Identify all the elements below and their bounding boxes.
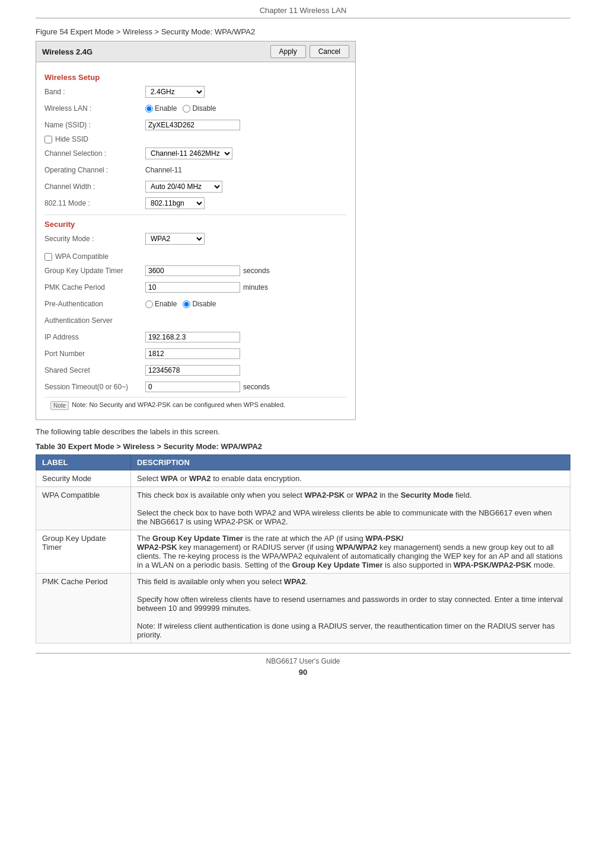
security-mode-label: Security Mode : — [44, 235, 145, 243]
ui-title: Wireless 2.4G — [42, 47, 93, 56]
group-key-unit: seconds — [243, 267, 270, 275]
mode-select[interactable]: 802.11bgn — [145, 197, 205, 209]
wireless-setup-section-title: Wireless Setup — [44, 73, 347, 82]
group-key-row: Group Key Update Timer seconds — [44, 264, 347, 277]
security-mode-select[interactable]: WPA2 — [145, 233, 205, 245]
wireless-lan-control: Enable Disable — [145, 104, 216, 113]
mode-row: 802.11 Mode : 802.11bgn — [44, 197, 347, 210]
table-header-row: LABEL DESCRIPTION — [36, 455, 570, 470]
table-cell-description: This check box is available only when yo… — [131, 487, 570, 530]
section-divider-1 — [44, 214, 347, 215]
apply-button[interactable]: Apply — [270, 45, 306, 58]
wireless-lan-enable-radio[interactable] — [145, 105, 153, 113]
port-number-row: Port Number — [44, 347, 347, 360]
port-number-input[interactable] — [145, 348, 240, 359]
ui-header: Wireless 2.4G Apply Cancel — [36, 41, 355, 62]
shared-secret-label: Shared Secret — [44, 366, 145, 374]
chapter-header: Chapter 11 Wireless LAN — [36, 6, 570, 18]
security-section-title: Security — [44, 220, 347, 229]
col-label-header: LABEL — [36, 455, 131, 470]
pmk-cache-row: PMK Cache Period minutes — [44, 281, 347, 294]
security-mode-control: WPA2 — [145, 233, 205, 245]
note-box: Note Note: No Security and WPA2-PSK can … — [44, 397, 347, 414]
ui-header-buttons: Apply Cancel — [270, 45, 349, 58]
ssid-label: Name (SSID) : — [44, 121, 145, 129]
session-timeout-control: seconds — [145, 382, 270, 392]
ip-address-input[interactable] — [145, 332, 240, 342]
note-icon: Note — [50, 401, 69, 410]
ip-address-label: IP Address — [44, 333, 145, 341]
session-timeout-unit: seconds — [243, 383, 270, 391]
band-label: Band : — [44, 88, 145, 96]
wpa-compatible-label: WPA Compatible — [55, 252, 109, 261]
figure-caption-text: Figure 54 Expert Mode > Wireless > Secur… — [36, 27, 255, 36]
pre-auth-control: Enable Disable — [145, 300, 216, 308]
auth-server-label: Authentication Server — [44, 316, 145, 325]
hide-ssid-checkbox[interactable] — [44, 136, 52, 143]
wireless-lan-disable-label: Disable — [192, 104, 216, 113]
shared-secret-control — [145, 365, 240, 376]
note-text: Note: No Security and WPA2-PSK can be co… — [72, 401, 285, 408]
channel-selection-control: Channel-11 2462MHz — [145, 148, 232, 159]
pmk-cache-input[interactable] — [145, 282, 240, 293]
mode-label: 802.11 Mode : — [44, 199, 145, 207]
hide-ssid-label: Hide SSID — [55, 135, 88, 143]
cancel-button[interactable]: Cancel — [310, 45, 349, 58]
page-number: 90 — [36, 668, 570, 677]
wireless-lan-enable-label: Enable — [155, 104, 177, 113]
operating-channel-row: Operating Channel : Channel-11 — [44, 164, 347, 177]
ip-address-control — [145, 332, 240, 342]
session-timeout-input[interactable] — [145, 382, 240, 392]
pre-auth-row: Pre-Authentication Enable Disable — [44, 297, 347, 310]
wireless-lan-row: Wireless LAN : Enable Disable — [44, 102, 347, 115]
ssid-input[interactable] — [145, 120, 240, 130]
pre-auth-disable-label: Disable — [192, 300, 216, 308]
pre-auth-enable-radio[interactable] — [145, 300, 153, 308]
wireless-lan-disable-radio[interactable] — [183, 105, 190, 113]
table-cell-description: The Group Key Update Timer is the rate a… — [131, 530, 570, 574]
port-number-control — [145, 348, 240, 359]
table-row: Group Key Update Timer The Group Key Upd… — [36, 530, 570, 574]
chapter-title-text: Chapter 11 Wireless LAN — [260, 6, 347, 15]
wireless-lan-label: Wireless LAN : — [44, 104, 145, 113]
table-cell-description: This field is available only when you se… — [131, 574, 570, 643]
ip-address-row: IP Address — [44, 331, 347, 344]
shared-secret-input[interactable] — [145, 365, 240, 376]
wpa-compatible-row: WPA Compatible — [44, 252, 347, 261]
session-timeout-row: Session Timeout(0 or 60~) seconds — [44, 380, 347, 393]
wireless-lan-disable-option: Disable — [183, 104, 216, 113]
group-key-input[interactable] — [145, 265, 240, 276]
pre-auth-enable-label: Enable — [155, 300, 177, 308]
operating-channel-value: Channel-11 — [145, 166, 182, 174]
channel-width-select[interactable]: Auto 20/40 MHz — [145, 181, 222, 193]
channel-selection-select[interactable]: Channel-11 2462MHz — [145, 148, 232, 159]
wireless-lan-enable-option: Enable — [145, 104, 177, 113]
pre-auth-enable-option: Enable — [145, 300, 177, 308]
ui-screenshot-box: Wireless 2.4G Apply Cancel Wireless Setu… — [36, 41, 356, 420]
pmk-cache-unit: minutes — [243, 283, 268, 292]
security-mode-row: Security Mode : WPA2 — [44, 232, 347, 245]
pre-auth-disable-radio[interactable] — [183, 300, 190, 308]
description-table: LABEL DESCRIPTION Security Mode Select W… — [36, 454, 570, 643]
band-select[interactable]: 2.4GHz — [145, 86, 205, 98]
footer: NBG6617 User's Guide — [36, 653, 570, 665]
intro-paragraph: The following table describes the labels… — [36, 427, 570, 436]
pmk-cache-label: PMK Cache Period — [44, 283, 145, 292]
channel-width-label: Channel Width : — [44, 182, 145, 191]
table-row: WPA Compatible This check box is availab… — [36, 487, 570, 530]
mode-control: 802.11bgn — [145, 197, 205, 209]
port-number-label: Port Number — [44, 350, 145, 358]
channel-selection-row: Channel Selection : Channel-11 2462MHz — [44, 147, 347, 160]
table-caption: Table 30 Expert Mode > Wireless > Securi… — [36, 442, 570, 451]
group-key-label: Group Key Update Timer — [44, 267, 145, 275]
wpa-compatible-checkbox[interactable] — [44, 253, 52, 261]
channel-width-row: Channel Width : Auto 20/40 MHz — [44, 180, 347, 193]
table-cell-label: Group Key Update Timer — [36, 530, 131, 574]
table-row: PMK Cache Period This field is available… — [36, 574, 570, 643]
table-cell-description: Select WPA or WPA2 to enable data encryp… — [131, 470, 570, 487]
table-cell-label: WPA Compatible — [36, 487, 131, 530]
channel-selection-label: Channel Selection : — [44, 149, 145, 158]
group-key-control: seconds — [145, 265, 270, 276]
session-timeout-label: Session Timeout(0 or 60~) — [44, 383, 145, 391]
col-description-header: DESCRIPTION — [131, 455, 570, 470]
